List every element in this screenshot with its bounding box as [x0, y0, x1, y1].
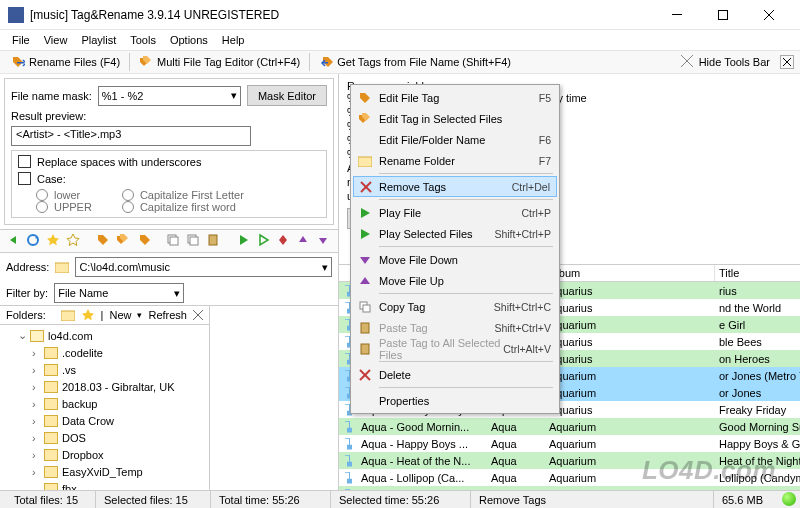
menu-item-label: Edit Tag in Selected Files [379, 113, 502, 125]
back-arrow-icon[interactable] [6, 233, 22, 249]
menu-item[interactable]: Copy TagShift+Ctrl+C [353, 296, 557, 317]
tags-icon[interactable] [116, 233, 132, 249]
filter-value: File Name [58, 287, 108, 299]
hide-tools-button[interactable]: Hide Tools Bar [699, 56, 770, 68]
upper-radio[interactable] [36, 201, 48, 213]
file-mask-combo[interactable]: %1 - %2 ▾ [98, 86, 241, 106]
cell-title: Happy Boys & Girls [715, 438, 800, 450]
move-down-icon[interactable] [316, 233, 332, 249]
menu-view[interactable]: View [38, 32, 74, 48]
tree-node[interactable]: ›Data Crow [4, 412, 205, 429]
caret-right-icon[interactable]: › [32, 347, 42, 359]
address-combo[interactable]: C:\lo4d.com\music ▾ [75, 257, 332, 277]
caret-right-icon[interactable]: › [32, 398, 42, 410]
menu-options[interactable]: Options [164, 32, 214, 48]
menu-item[interactable]: Remove TagsCtrl+Del [353, 176, 557, 197]
close-button[interactable] [746, 0, 792, 30]
reload-icon[interactable] [26, 233, 42, 249]
move-up-icon[interactable] [296, 233, 312, 249]
menu-item-hotkey: Shift+Ctrl+V [494, 322, 551, 334]
menu-item[interactable]: Edit Tag in Selected Files [353, 108, 557, 129]
menu-item[interactable]: Play FileCtrl+P [353, 202, 557, 223]
tree-node[interactable]: ›Dropbox [4, 446, 205, 463]
cell-title: Lollipop (Candyman) [715, 472, 800, 484]
close-panel-icon[interactable] [193, 310, 203, 320]
table-row[interactable]: Aqua - Happy Boys ...AquaAquariumHappy B… [339, 435, 800, 452]
caret-right-icon[interactable]: › [32, 466, 42, 478]
refresh-button[interactable]: Refresh [148, 309, 187, 321]
tags-icon [357, 111, 373, 127]
tree-node[interactable]: ›.codelite [4, 344, 205, 361]
multi-tag-editor-button[interactable]: Multi File Tag Editor (Ctrl+F4) [134, 52, 305, 72]
case-checkbox[interactable] [18, 172, 31, 185]
favorite-icon[interactable] [46, 233, 62, 249]
caret-right-icon[interactable]: › [32, 415, 42, 427]
cell-artist: Aqua [487, 455, 545, 467]
tree-node[interactable]: ›backup [4, 395, 205, 412]
menu-item[interactable]: Play Selected FilesShift+Ctrl+P [353, 223, 557, 244]
add-fav-icon[interactable] [66, 233, 82, 249]
cap-first-word-radio[interactable] [122, 201, 134, 213]
menu-item[interactable]: Edit File/Folder NameF6 [353, 129, 557, 150]
menu-item-label: Play Selected Files [379, 228, 473, 240]
get-tag-icon[interactable] [136, 233, 152, 249]
folder-open-icon[interactable] [61, 309, 75, 321]
menu-item[interactable]: Move File Down [353, 249, 557, 270]
table-row[interactable]: Aqua - Lollipop (Ca...AquaAquariumLollip… [339, 469, 800, 486]
rename-files-button[interactable]: Rename Files (F4) [6, 52, 125, 72]
copy2-icon[interactable] [186, 233, 202, 249]
get-tags-button[interactable]: Get Tags from File Name (Shift+F4) [314, 52, 516, 72]
play-icon [357, 205, 373, 221]
menu-item[interactable]: Edit File TagF5 [353, 87, 557, 108]
close-tools-icon[interactable] [780, 55, 794, 69]
play-sel-icon[interactable] [256, 233, 272, 249]
col-title[interactable]: Title [715, 265, 800, 281]
mask-editor-button[interactable]: Mask Editor [247, 85, 327, 106]
remove-tag-icon[interactable] [276, 233, 292, 249]
cell-file: Aqua - Lollipop (Ca... [357, 472, 487, 484]
menu-file[interactable]: File [6, 32, 36, 48]
tree-node-label: Data Crow [62, 415, 114, 427]
caret-down-icon[interactable]: ⌄ [18, 329, 28, 342]
menu-item[interactable]: Move File Up [353, 270, 557, 291]
col-album[interactable]: Album [545, 265, 715, 281]
cell-album: Aquarius [545, 404, 715, 416]
cell-title: or Jones [715, 387, 800, 399]
copy-icon[interactable] [166, 233, 182, 249]
new-folder-button[interactable]: New [109, 309, 131, 321]
menu-item-label: Delete [379, 369, 411, 381]
minimize-button[interactable] [654, 0, 700, 30]
replace-spaces-checkbox[interactable] [18, 155, 31, 168]
tree-node[interactable]: ›.vs [4, 361, 205, 378]
maximize-button[interactable] [700, 0, 746, 30]
caret-right-icon[interactable]: › [32, 381, 42, 393]
tree-node[interactable]: fbx [4, 480, 205, 490]
music-file-icon [343, 455, 353, 467]
tree-node[interactable]: ›2018.03 - Gibraltar, UK [4, 378, 205, 395]
paste-icon[interactable] [206, 233, 222, 249]
folder-tree[interactable]: ⌄lo4d.com›.codelite›.vs›2018.03 - Gibral… [0, 325, 209, 490]
caret-right-icon[interactable]: › [32, 449, 42, 461]
tree-node[interactable]: ›EasyXviD_Temp [4, 463, 205, 480]
tag-icon[interactable] [96, 233, 112, 249]
menu-item[interactable]: Delete [353, 364, 557, 385]
menu-playlist[interactable]: Playlist [75, 32, 122, 48]
menu-help[interactable]: Help [216, 32, 251, 48]
caret-right-icon[interactable]: › [32, 364, 42, 376]
lower-radio[interactable] [36, 189, 48, 201]
cap-first-letter-radio[interactable] [122, 189, 134, 201]
menu-item[interactable]: Rename FolderF7 [353, 150, 557, 171]
star-icon[interactable] [81, 308, 95, 322]
play-icon[interactable] [236, 233, 252, 249]
menu-tools[interactable]: Tools [124, 32, 162, 48]
tree-node[interactable]: ›DOS [4, 429, 205, 446]
folders-label: Folders: [6, 309, 46, 321]
tree-node-label: Dropbox [62, 449, 104, 461]
tree-node[interactable]: ⌄lo4d.com [4, 327, 205, 344]
menu-item-label: Move File Up [379, 275, 444, 287]
filter-combo[interactable]: File Name ▾ [54, 283, 184, 303]
menu-item[interactable]: Properties [353, 390, 557, 411]
table-row[interactable]: Aqua - Good Mornin...AquaAquariumGood Mo… [339, 418, 800, 435]
caret-right-icon[interactable]: › [32, 432, 42, 444]
table-row[interactable]: Aqua - Heat of the N...AquaAquariumHeat … [339, 452, 800, 469]
